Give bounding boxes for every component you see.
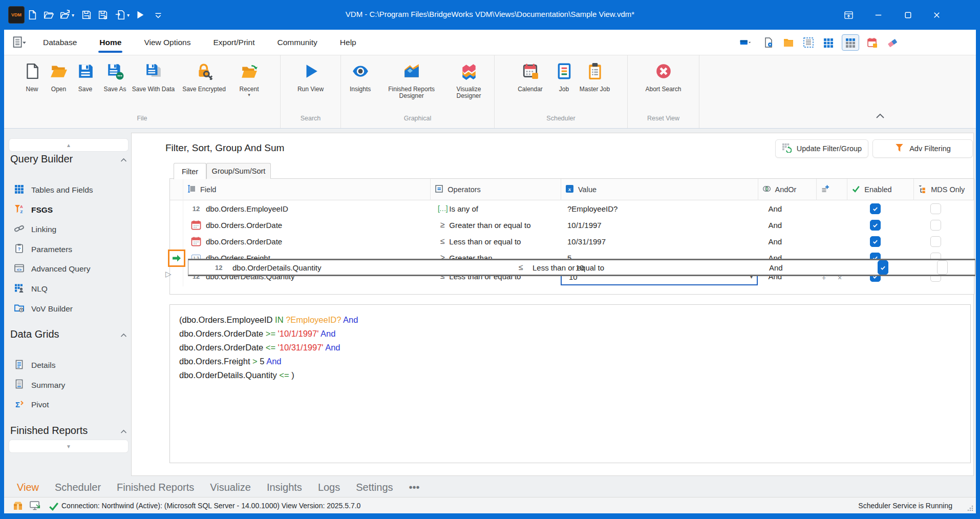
save-all-button[interactable] (96, 8, 110, 22)
sidebar-item-details[interactable]: Details (14, 357, 128, 373)
dropdown-chevron-icon[interactable]: ▾ (127, 12, 130, 18)
value-cell[interactable]: 10/31/1997 (561, 233, 758, 250)
mds-only-checkbox[interactable] (930, 220, 941, 231)
calendar-button[interactable]: Calendar (510, 59, 551, 93)
sidebar-item-summary[interactable]: Summary (14, 377, 128, 393)
report-layout-icon[interactable] (802, 36, 815, 49)
views-folder-icon[interactable] (782, 36, 795, 49)
dragged-row[interactable]: 12dbo.OrderDetails.Quantity≤Less than or… (188, 259, 975, 276)
theme-selector-icon[interactable] (736, 36, 755, 49)
clear-view-icon[interactable] (886, 36, 899, 49)
open-button[interactable]: Open (46, 59, 72, 97)
mds-only-checkbox[interactable] (930, 236, 941, 247)
bottom-tab-insights[interactable]: Insights (267, 482, 302, 493)
export-view-button[interactable] (114, 8, 127, 22)
collapse-chevron-icon[interactable] (120, 153, 127, 165)
enabled-checkbox[interactable] (870, 203, 881, 214)
collapse-ribbon-icon[interactable] (876, 112, 885, 121)
new-button[interactable]: New (19, 59, 46, 97)
value-cell[interactable]: ?EmployeeID? (561, 200, 758, 217)
enabled-checkbox[interactable] (870, 236, 881, 247)
collapse-chevron-icon[interactable] (120, 425, 127, 437)
sidebar-item-vov-builder[interactable]: VoV Builder (14, 301, 128, 317)
andor-cell[interactable]: And (758, 233, 817, 250)
value-cell[interactable]: 10/1/1997 (561, 217, 758, 233)
abort-search-button[interactable]: Abort Search (641, 59, 687, 93)
mds-only-checkbox[interactable] (930, 203, 941, 214)
menu-tab-export-print[interactable]: Export/Print (211, 31, 257, 54)
enabled-checkbox[interactable] (870, 220, 881, 231)
open-folder-button[interactable] (42, 8, 55, 22)
column-header-value[interactable]: xValue (561, 179, 758, 200)
table-row[interactable]: dbo.Orders.OrderDate≤Less than or equal … (170, 233, 974, 250)
sidebar-item-fsgs[interactable]: AZFSGS (14, 202, 128, 218)
save-with-data-button[interactable]: Save With Data (132, 59, 176, 97)
bottom-tab-view[interactable]: View (17, 482, 39, 493)
grid-view-large-icon[interactable] (842, 34, 859, 51)
finished-reports-designer-button[interactable]: Finished Reports Designer (379, 59, 443, 99)
save-encrypted-button[interactable]: Save Encrypted (176, 59, 233, 97)
maximize-button[interactable] (896, 6, 920, 24)
sidebar-scroll-up-button[interactable]: ▲ (9, 139, 128, 151)
column-header-operators[interactable]: Operators (431, 179, 561, 200)
table-row[interactable]: dbo.Orders.OrderDate≥Greater than or equ… (170, 217, 974, 233)
sidebar-item-linking[interactable]: Linking (14, 221, 128, 238)
view-settings-icon[interactable] (762, 36, 775, 49)
andor-cell[interactable]: And (758, 200, 817, 217)
collapse-chevron-icon[interactable] (120, 328, 127, 340)
mds-only-checkbox[interactable] (937, 260, 948, 275)
visualize-designer-button[interactable]: Visualize Designer (443, 59, 494, 99)
app-logo[interactable]: VDM (8, 6, 25, 24)
resize-grip[interactable] (967, 505, 974, 512)
column-header-field[interactable]: Field (183, 179, 431, 200)
save-as-button[interactable]: Save As (99, 59, 132, 97)
master-job-button[interactable]: Master Job (578, 59, 612, 93)
save-button[interactable]: Save (72, 59, 99, 97)
adv-filtering-button[interactable]: Adv Filtering (872, 139, 973, 158)
open-folder-arrow-button[interactable] (58, 8, 72, 22)
report-menu-icon[interactable] (11, 36, 29, 49)
save-button[interactable] (80, 8, 93, 22)
sidebar-item-parameters[interactable]: ?Parameters (14, 241, 128, 258)
menu-tab-help[interactable]: Help (338, 31, 358, 54)
column-header-enabled[interactable]: Enabled (847, 179, 914, 200)
menu-tab-view-options[interactable]: View Options (142, 31, 193, 54)
table-row[interactable]: 12dbo.Orders.EmployeeID[…]Is any of?Empl… (170, 200, 974, 217)
close-button[interactable] (925, 6, 948, 24)
section-header-finished-reports[interactable]: Finished Reports (10, 425, 127, 437)
andor-cell[interactable]: And (758, 217, 817, 233)
minimize-button[interactable] (866, 6, 890, 24)
job-button[interactable]: Job (551, 59, 578, 93)
section-header-query-builder[interactable]: Query Builder (10, 153, 127, 165)
bottom-tab--[interactable]: ••• (409, 482, 420, 493)
column-header-andor[interactable]: AndOr (758, 179, 817, 200)
column-header-sort[interactable] (817, 179, 847, 200)
bottom-tab-logs[interactable]: Logs (318, 482, 340, 493)
grid-view-icon[interactable] (822, 36, 835, 49)
ribbon-display-options-button[interactable] (837, 6, 860, 24)
calendar-view-icon[interactable] (866, 36, 879, 49)
sidebar-scroll-down-button[interactable]: ▼ (9, 440, 128, 452)
sidebar-item-tables-and-fields[interactable]: Tables and Fields (14, 182, 128, 198)
dropdown-chevron-icon[interactable]: ▾ (72, 12, 74, 18)
bottom-tab-settings[interactable]: Settings (356, 482, 393, 493)
column-header-mds-only[interactable]: MDS Only (914, 179, 974, 200)
section-header-data-grids[interactable]: Data Grids (10, 328, 127, 340)
recent-button[interactable]: Recent▾ (233, 59, 266, 97)
sidebar-item-nlq[interactable]: NLQ (14, 281, 128, 297)
tab-filter[interactable]: Filter (174, 163, 206, 179)
update-filter-group-button[interactable]: Update Filter/Group (775, 139, 868, 158)
enabled-checkbox[interactable] (878, 260, 888, 275)
tab-group-sum-sort[interactable]: Group/Sum/Sort (206, 163, 271, 179)
bottom-tab-scheduler[interactable]: Scheduler (55, 482, 101, 493)
insights-button[interactable]: Insights (341, 59, 379, 99)
sidebar-item-advanced-query[interactable]: <>Advanced Query (14, 261, 128, 277)
bottom-tab-finished-reports[interactable]: Finished Reports (117, 482, 194, 493)
new-document-button[interactable] (26, 8, 39, 22)
run-view-button[interactable]: Run View (286, 59, 335, 93)
sidebar-item-pivot[interactable]: ΣPivot (14, 397, 128, 413)
run-button[interactable] (133, 8, 146, 22)
menu-tab-home[interactable]: Home (97, 31, 123, 54)
customize-quick-access-button[interactable] (152, 8, 165, 22)
menu-tab-community[interactable]: Community (275, 31, 319, 54)
